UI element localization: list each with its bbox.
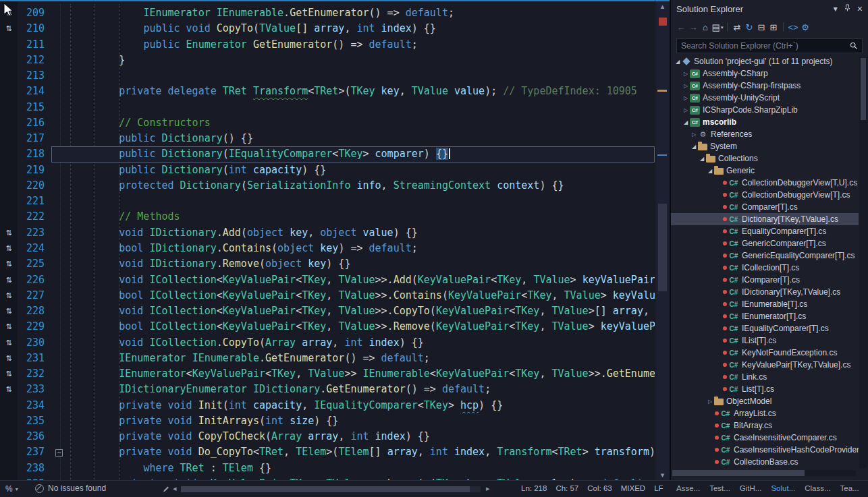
code-text[interactable]: public Dictionary(int capacity) {} <box>67 163 655 178</box>
collapsed-arrow-icon[interactable]: ▷ <box>682 95 690 101</box>
tree-item[interactable]: C#IEnumerator[T].cs <box>671 310 859 322</box>
tree-item[interactable]: C#Dictionary[TKey,TValue].cs <box>671 213 859 225</box>
code-text[interactable]: public void CopyTo(TValue[] array, int i… <box>67 21 655 36</box>
tree-item[interactable]: C#IList[T].cs <box>671 334 859 347</box>
tree-item[interactable]: C#ICollection[T].cs <box>671 262 859 274</box>
tree-item[interactable]: ◢Generic <box>671 165 859 177</box>
reference-glyph-icon[interactable]: ⇅ <box>0 366 18 382</box>
column-indicator[interactable]: Col: 63 <box>587 484 612 492</box>
eol-indicator[interactable]: LF <box>654 484 663 492</box>
collapse-all-icon[interactable]: ⊟ <box>755 22 767 32</box>
reference-glyph-icon[interactable]: ⇅ <box>0 335 18 351</box>
tree-item[interactable]: ◢Solution 'project-gui' (11 of 11 projec… <box>671 55 859 67</box>
view-code-icon[interactable]: <> <box>787 22 799 32</box>
scroll-right-icon[interactable]: ▸ <box>486 484 490 493</box>
tree-vertical-scrollbar[interactable] <box>859 57 867 468</box>
reference-glyph-icon[interactable]: ⇅ <box>0 288 18 303</box>
tree-item[interactable]: ◢System <box>671 140 859 152</box>
sync-with-active-document-icon[interactable]: ⇄ <box>731 22 743 32</box>
pin-icon[interactable] <box>844 4 851 13</box>
scrollbar-thumb[interactable] <box>181 486 470 492</box>
code-text[interactable]: private delegate TRet Transform<TRet>(TK… <box>67 84 655 99</box>
show-all-files-icon[interactable]: ⊞ <box>767 22 780 32</box>
reference-glyph-icon[interactable]: ⇅ <box>0 21 18 36</box>
tree-item[interactable]: C#KeyNotFoundException.cs <box>671 347 859 359</box>
zoom-control[interactable]: % ▾ <box>5 484 18 494</box>
tree-item[interactable]: C#IEqualityComparer[T].cs <box>671 322 859 334</box>
close-icon[interactable]: × <box>857 3 863 14</box>
tree-item[interactable]: C#GenericEqualityComparer[T].cs <box>671 250 859 262</box>
properties-icon[interactable]: ⚙ <box>799 22 811 32</box>
code-text[interactable]: bool ICollection<KeyValuePair<TKey, TVal… <box>67 288 655 303</box>
code-text[interactable]: // Constructors <box>67 115 655 131</box>
tree-item[interactable]: ▷C#Assembly-CSharp <box>671 67 859 80</box>
expanded-arrow-icon[interactable]: ◢ <box>674 59 682 65</box>
panel-tab-class[interactable]: Class... <box>805 484 830 492</box>
tree-item[interactable]: ▷⚙References <box>671 128 859 140</box>
code-text[interactable]: IDictionaryEnumerator IDictionary.GetEnu… <box>67 382 655 397</box>
code-text[interactable]: void IDictionary.Add(object key, object … <box>67 225 655 241</box>
tree-item[interactable]: C#CollectionBase.cs <box>671 456 859 468</box>
scrollbar-thumb[interactable] <box>861 58 866 120</box>
code-text[interactable]: public Dictionary(IEqualityComparer<TKey… <box>67 146 655 162</box>
expanded-arrow-icon[interactable]: ◢ <box>690 144 698 150</box>
panel-tab-asse[interactable]: Asse... <box>676 484 700 492</box>
reference-glyph-icon[interactable]: ⇅ <box>0 382 18 397</box>
expanded-arrow-icon[interactable]: ◢ <box>682 119 690 125</box>
tree-item[interactable]: ▷C#Assembly-CSharp-firstpass <box>671 80 859 92</box>
code-text[interactable]: IEnumerator IEnumerable.GetEnumerator() … <box>67 5 655 21</box>
reference-glyph-icon[interactable]: ⇅ <box>0 351 18 366</box>
home-icon[interactable]: ⌂ <box>699 22 711 32</box>
panel-tab-solut[interactable]: Solut... <box>771 484 795 492</box>
panel-tab-gith[interactable]: GitH... <box>740 484 762 492</box>
code-text[interactable]: void IDictionary.Remove(object key) {} <box>67 256 655 272</box>
tree-item[interactable]: C#IDictionary[TKey,TValue].cs <box>671 286 859 298</box>
tree-item[interactable]: C#CaseInsensitiveComparer.cs <box>671 432 859 444</box>
scrollbar-thumb[interactable] <box>672 470 805 476</box>
collapsed-arrow-icon[interactable]: ▷ <box>682 107 690 113</box>
expanded-arrow-icon[interactable]: ◢ <box>698 156 706 162</box>
code-editor[interactable]: ⇅209 IEnumerator IEnumerable.GetEnumerat… <box>0 0 655 480</box>
tree-item[interactable]: ▷C#ICSharpCode.SharpZipLib <box>671 104 859 116</box>
tree-item[interactable]: C#Comparer[T].cs <box>671 201 859 213</box>
tree-item[interactable]: C#KeyValuePair[TKey,TValue].cs <box>671 359 859 371</box>
code-text[interactable]: private void InitArrays(int size) {} <box>67 413 655 429</box>
indent-mode-indicator[interactable]: MIXED <box>621 484 645 492</box>
expanded-arrow-icon[interactable]: ◢ <box>706 168 714 174</box>
reference-glyph-icon[interactable]: ⇅ <box>0 319 18 334</box>
tree-horizontal-scrollbar[interactable] <box>672 470 856 476</box>
panel-tab-test[interactable]: Test... <box>709 484 730 492</box>
tree-item[interactable]: C#CollectionDebuggerView[T,U].cs <box>671 177 859 189</box>
tree-item[interactable]: C#Link.cs <box>671 371 859 383</box>
scroll-down-icon[interactable]: ▾ <box>655 471 670 479</box>
collapsed-arrow-icon[interactable]: ▷ <box>682 71 690 77</box>
code-text[interactable]: IEnumerator IEnumerable.GetEnumerator() … <box>67 351 655 366</box>
tree-item[interactable]: C#IComparer[T].cs <box>671 274 859 286</box>
tree-item[interactable]: ▷ObjectModel <box>671 395 859 407</box>
scroll-up-icon[interactable]: ▴ <box>655 2 670 11</box>
code-text[interactable] <box>67 194 655 209</box>
issues-status[interactable]: No issues found <box>35 484 106 493</box>
code-text[interactable]: public Enumerator GetEnumerator() => def… <box>67 37 655 53</box>
tree-item[interactable]: C#IEnumerable[T].cs <box>671 298 859 310</box>
tree-item[interactable]: C#BitArray.cs <box>671 419 859 432</box>
editor-horizontal-scrollbar[interactable] <box>181 486 481 492</box>
code-text[interactable]: // Methods <box>67 209 655 225</box>
scroll-left-icon[interactable]: ◂ <box>173 484 177 493</box>
reference-glyph-icon[interactable]: ⇅ <box>0 256 18 272</box>
search-icon[interactable] <box>850 42 858 50</box>
editor-vertical-scrollbar[interactable]: ▴ ▾ <box>655 0 670 480</box>
collapsed-arrow-icon[interactable]: ▷ <box>690 131 698 138</box>
reference-glyph-icon[interactable]: ⇅ <box>0 303 18 319</box>
tree-item[interactable]: C#List[T].cs <box>671 383 859 395</box>
code-text[interactable]: } <box>67 53 655 68</box>
search-input[interactable] <box>677 41 850 51</box>
tree-item[interactable]: C#ArrayList.cs <box>671 407 859 419</box>
code-text[interactable]: bool ICollection<KeyValuePair<TKey, TVal… <box>67 319 655 334</box>
forward-icon[interactable]: → <box>687 22 699 32</box>
reference-glyph-icon[interactable]: ⇅ <box>0 241 18 256</box>
back-icon[interactable]: ← <box>675 22 687 32</box>
line-indicator[interactable]: Ln: 218 <box>521 484 547 492</box>
code-text[interactable]: void ICollection.CopyTo(Array array, int… <box>67 335 655 351</box>
collapsed-arrow-icon[interactable]: ▷ <box>682 83 690 89</box>
